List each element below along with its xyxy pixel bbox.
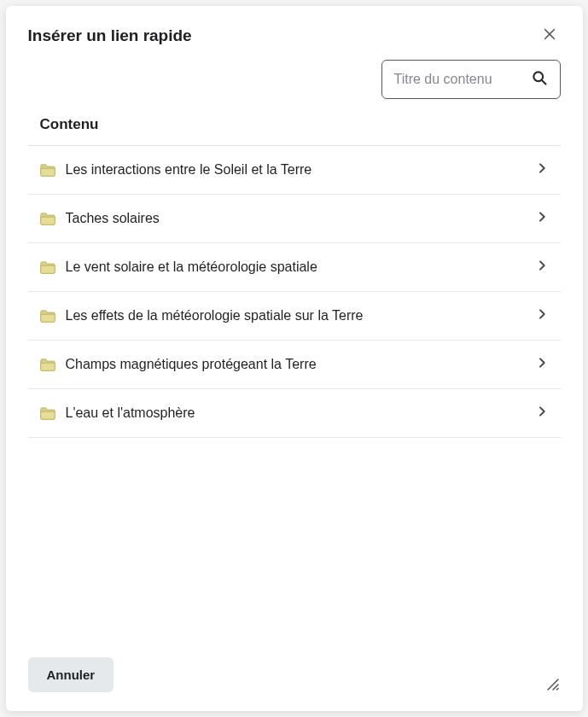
search-icon	[526, 69, 548, 90]
chevron-right-icon	[535, 210, 549, 227]
list-item-label: Les effets de la météorologie spatiale s…	[66, 308, 535, 324]
modal-title: Insérer un lien rapide	[28, 26, 192, 45]
list-item[interactable]: Champs magnétiques protégeant la Terre	[28, 341, 561, 389]
close-button[interactable]	[539, 23, 561, 48]
search-input[interactable]	[394, 72, 526, 87]
list-item[interactable]: Le vent solaire et la météorologie spati…	[28, 243, 561, 292]
list-item-label: Taches solaires	[66, 211, 535, 226]
modal-footer: Annuler	[28, 657, 561, 692]
list-item[interactable]: Taches solaires	[28, 195, 561, 243]
section-title: Contenu	[28, 111, 561, 146]
folder-icon	[40, 358, 55, 370]
quicklink-modal: Insérer un lien rapide Contenu Les inter…	[6, 6, 583, 711]
folder-icon	[40, 164, 55, 176]
svg-line-4	[548, 679, 558, 690]
folder-icon	[40, 310, 55, 322]
resize-handle-icon[interactable]	[545, 677, 561, 692]
cancel-button[interactable]: Annuler	[28, 657, 114, 692]
list-item[interactable]: L'eau et l'atmosphère	[28, 389, 561, 438]
chevron-right-icon	[535, 405, 549, 422]
folder-icon	[40, 261, 55, 273]
search-field-wrap[interactable]	[381, 60, 561, 99]
modal-header: Insérer un lien rapide	[28, 23, 561, 48]
list-item-label: Le vent solaire et la météorologie spati…	[66, 259, 535, 275]
search-row	[28, 60, 561, 99]
chevron-right-icon	[535, 307, 549, 324]
chevron-right-icon	[535, 259, 549, 276]
folder-icon	[40, 407, 55, 419]
list-item[interactable]: Les interactions entre le Soleil et la T…	[28, 146, 561, 195]
chevron-right-icon	[535, 161, 549, 178]
list-item[interactable]: Les effets de la météorologie spatiale s…	[28, 292, 561, 341]
svg-line-3	[541, 80, 545, 85]
list-item-label: L'eau et l'atmosphère	[66, 405, 535, 421]
folder-icon	[40, 213, 55, 224]
close-icon	[542, 26, 557, 44]
content-list: Les interactions entre le Soleil et la T…	[28, 146, 561, 438]
list-item-label: Les interactions entre le Soleil et la T…	[66, 162, 535, 178]
list-item-label: Champs magnétiques protégeant la Terre	[66, 357, 535, 372]
svg-line-6	[556, 689, 558, 691]
chevron-right-icon	[535, 356, 549, 373]
